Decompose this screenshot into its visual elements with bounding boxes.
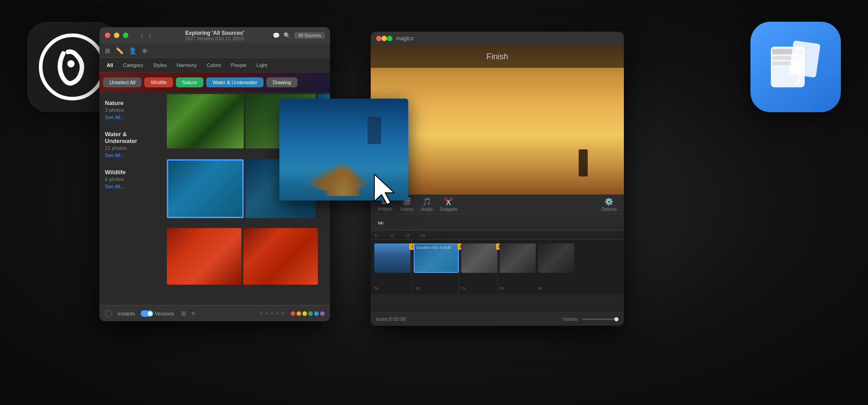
window-subtitle: 1627 Versions (Oct 12, 2023) bbox=[185, 36, 244, 41]
chip-wildlife[interactable]: Wildlife bbox=[144, 77, 173, 87]
coral-shape bbox=[297, 146, 379, 191]
snippets-icon: ✂️ bbox=[444, 197, 453, 206]
nav-forward-button[interactable]: › bbox=[147, 30, 153, 40]
photo-sidebar: Nature 3 photos See All... Water &Underw… bbox=[99, 92, 165, 321]
media-tab-options[interactable]: ⚙️ Options bbox=[601, 197, 617, 212]
time-label-5s: 5s bbox=[374, 286, 379, 291]
titlebar-right-actions: 💬 🔍 All Sources bbox=[273, 32, 325, 39]
color-dot-yellow[interactable] bbox=[302, 311, 307, 316]
star-5[interactable]: ★ bbox=[281, 310, 285, 316]
cursor-pointer bbox=[371, 172, 402, 208]
chip-nature[interactable]: Nature bbox=[176, 77, 203, 87]
sidebar-section-nature: Nature 3 photos See All... bbox=[105, 100, 160, 120]
sources-badge[interactable]: All Sources bbox=[294, 32, 325, 39]
svg-marker-8 bbox=[374, 174, 394, 205]
nav-back-button[interactable]: ‹ bbox=[139, 30, 145, 40]
filter-tab-harmony[interactable]: Harmony bbox=[173, 62, 201, 69]
star-3[interactable]: ★ bbox=[270, 310, 274, 316]
color-dot-green[interactable] bbox=[308, 311, 313, 316]
volume-slider[interactable] bbox=[582, 319, 618, 320]
ve-maximize-button[interactable] bbox=[387, 36, 392, 41]
star-rating[interactable]: ★ ★ ★ ★ ★ bbox=[259, 310, 285, 316]
instants-label[interactable]: Instants bbox=[118, 311, 135, 316]
options-icon: ⚙️ bbox=[604, 197, 613, 206]
finish-label: Finish bbox=[486, 52, 508, 62]
timeline-ruler: 11 12 13 14 bbox=[371, 231, 624, 240]
maximize-button[interactable] bbox=[123, 33, 128, 38]
color-dot-orange[interactable] bbox=[297, 311, 301, 316]
time-label-6s: 6s bbox=[416, 286, 420, 291]
ve-app-name: magico bbox=[396, 35, 414, 42]
window-title: Exploring 'All Sources' bbox=[185, 30, 244, 36]
timeline-clip-2[interactable] bbox=[461, 243, 497, 273]
close-button[interactable] bbox=[105, 33, 110, 38]
wildlife-count: 6 photos bbox=[105, 176, 160, 182]
minimize-button[interactable] bbox=[114, 33, 119, 38]
video-editor-window: magico Finish 🖼 Images 🎬 bbox=[371, 32, 624, 326]
timeline-clip-4[interactable] bbox=[538, 243, 574, 273]
versions-toggle[interactable]: Versions bbox=[141, 310, 174, 317]
share-icon[interactable]: ⊕ bbox=[142, 47, 147, 54]
svg-rect-7 bbox=[789, 40, 821, 78]
timeline-clip-selected[interactable]: Double-click to Edit bbox=[414, 243, 459, 273]
media-tab-snippets[interactable]: ✂️ Snippets bbox=[440, 197, 458, 212]
water-see-all[interactable]: See All... bbox=[105, 152, 160, 158]
sidebar-section-water: Water &Underwater 12 photos See All... bbox=[105, 131, 160, 158]
grid-view-icon[interactable]: ⊞ bbox=[181, 310, 186, 317]
chip-drawing[interactable]: Drawing bbox=[266, 77, 297, 87]
photo-thumb-leaves[interactable] bbox=[167, 94, 244, 148]
filter-tab-people[interactable]: People bbox=[227, 62, 250, 69]
color-dot-purple[interactable] bbox=[320, 311, 325, 316]
star-1[interactable]: ★ bbox=[259, 310, 264, 316]
ve-minimize-button[interactable] bbox=[382, 36, 387, 41]
star-2[interactable]: ★ bbox=[264, 310, 269, 316]
wildlife-title: Wildlife bbox=[105, 169, 160, 176]
time-label-8s: 8s bbox=[500, 286, 504, 291]
skip-forward-button[interactable]: ⏭ bbox=[378, 219, 384, 226]
color-dot-blue[interactable] bbox=[314, 311, 319, 316]
color-label-dots bbox=[291, 311, 325, 316]
sidebar-toggle-icon[interactable]: ⊞ bbox=[105, 47, 110, 54]
ve-close-button[interactable] bbox=[376, 36, 382, 41]
search-icon[interactable]: 🔍 bbox=[283, 32, 291, 39]
video-preview-area: Finish bbox=[371, 45, 624, 195]
filter-tab-styles[interactable]: Styles bbox=[150, 62, 170, 69]
category-chips-row: Unselect All Wildlife Nature Water & Und… bbox=[99, 72, 330, 92]
ruler-tick-13: 13 bbox=[405, 233, 410, 238]
media-tab-audio[interactable]: 🎵 Audio bbox=[421, 197, 433, 212]
audio-icon: 🎵 bbox=[422, 197, 431, 206]
filter-tab-light[interactable]: Light bbox=[253, 62, 271, 69]
diver-figure bbox=[368, 117, 381, 144]
time-label-7s: 7s bbox=[461, 286, 466, 291]
chat-icon[interactable]: 💬 bbox=[273, 32, 280, 39]
list-view-icon[interactable]: ≡ bbox=[192, 310, 195, 317]
titlebar-breadcrumb: Exploring 'All Sources' 1627 Versions (O… bbox=[185, 30, 244, 41]
clip-thumbnail-4 bbox=[538, 243, 574, 273]
star-4[interactable]: ★ bbox=[275, 310, 280, 316]
timeline-clip-3[interactable] bbox=[500, 243, 536, 273]
color-dot-red[interactable] bbox=[291, 311, 295, 316]
photo-thumb-diver-selected[interactable] bbox=[167, 159, 244, 218]
nature-see-all[interactable]: See All... bbox=[105, 114, 160, 120]
filter-tab-category[interactable]: Category bbox=[119, 62, 147, 69]
filter-tab-all[interactable]: All bbox=[103, 62, 117, 69]
timeline-clip-1[interactable] bbox=[374, 243, 410, 273]
ruler-tick-11: 11 bbox=[374, 233, 379, 238]
people-icon[interactable]: 👤 bbox=[129, 47, 137, 54]
clip-thumbnail-3 bbox=[500, 243, 536, 273]
svg-point-1 bbox=[67, 60, 75, 67]
chip-water-underwater[interactable]: Water & Underwater bbox=[206, 77, 264, 87]
chip-unselect-all[interactable]: Unselect All bbox=[103, 77, 142, 87]
sidebar-section-wildlife: Wildlife 6 photos See All... bbox=[105, 169, 160, 189]
clip-thumbnail-1 bbox=[374, 243, 410, 273]
water-count: 12 photos bbox=[105, 145, 160, 151]
filter-tab-colors[interactable]: Colors bbox=[203, 62, 225, 69]
photo-thumb-parrot1[interactable] bbox=[167, 228, 241, 285]
wildlife-see-all[interactable]: See All... bbox=[105, 184, 160, 189]
window-bottombar: Instants Versions ⊞ ≡ ★ ★ ★ ★ ★ bbox=[99, 305, 330, 321]
photo-thumb-parrot2[interactable] bbox=[243, 228, 318, 285]
transport-bar: ⏭ bbox=[371, 214, 624, 231]
edit-icon[interactable]: ✏️ bbox=[116, 47, 123, 54]
coral-shape-2 bbox=[316, 142, 370, 196]
clip-thumbnail-2 bbox=[461, 243, 497, 273]
